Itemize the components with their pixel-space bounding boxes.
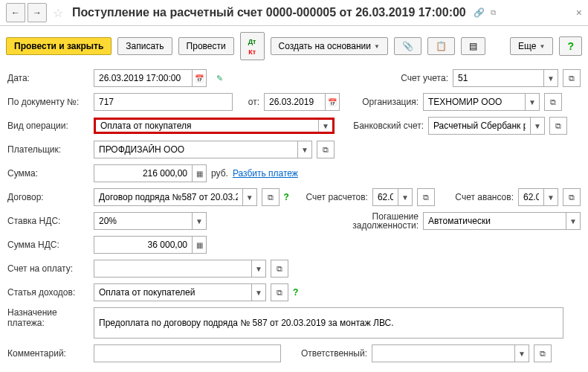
income-item-field[interactable]: ▼ (94, 283, 266, 301)
chevron-down-icon[interactable]: ▼ (514, 345, 529, 362)
chevron-down-icon[interactable]: ▼ (297, 141, 311, 158)
open-icon[interactable]: ⧉ (544, 93, 562, 111)
org-field[interactable]: ▼ (423, 93, 540, 111)
chevron-down-icon[interactable]: ▼ (543, 189, 558, 205)
chevron-down-icon[interactable]: ▼ (530, 118, 544, 134)
chevron-down-icon[interactable]: ▼ (566, 213, 580, 229)
open-icon[interactable]: ⧉ (317, 141, 335, 158)
calc-acc-label: Счет расчетов: (301, 192, 368, 202)
purpose-label: Назначение платежа: (7, 307, 89, 328)
debt-label: Погашение задолженности: (340, 212, 419, 230)
open-icon[interactable]: ⧉ (417, 188, 435, 206)
help-icon[interactable]: ? (284, 192, 289, 202)
chevron-down-icon[interactable]: ▼ (192, 213, 206, 229)
open-icon[interactable]: ⧉ (549, 117, 567, 135)
help-icon[interactable]: ? (293, 287, 298, 298)
bank-account-field[interactable]: ▼ (428, 117, 545, 135)
vat-sum-field[interactable]: ▦ (94, 236, 207, 254)
calc-account-field[interactable]: ▼ (372, 188, 413, 206)
chevron-down-icon[interactable]: ▼ (242, 189, 256, 205)
open-icon[interactable]: ⧉ (563, 69, 581, 87)
favorite-icon[interactable]: ☆ (53, 6, 63, 20)
create-based-button[interactable]: Создать на основании▼ (271, 37, 388, 55)
contract-field[interactable]: ▼ (94, 188, 257, 206)
calculator-icon[interactable]: ▦ (192, 165, 206, 182)
page-title: Поступление на расчетный счет 0000-00000… (72, 6, 466, 19)
invoice-field[interactable]: ▼ (94, 260, 266, 278)
link-icon[interactable]: 🔗 (474, 7, 485, 18)
report-button[interactable]: ▤ (461, 37, 485, 55)
docnum-label: По документу №: (7, 97, 89, 107)
chevron-down-icon[interactable]: ▼ (251, 260, 265, 277)
contract-label: Договор: (7, 192, 89, 202)
help-button[interactable]: ? (559, 36, 582, 56)
bank-label: Банковский счет: (346, 121, 424, 131)
chevron-down-icon[interactable]: ▼ (318, 120, 332, 132)
chevron-down-icon[interactable]: ▼ (543, 70, 558, 86)
open-icon[interactable]: ⧉ (563, 188, 581, 206)
date-field[interactable]: 📅 (94, 69, 207, 87)
vat-rate-label: Ставка НДС: (7, 216, 89, 226)
calendar-icon[interactable]: 📅 (192, 70, 206, 86)
attach-button[interactable]: 📎 (394, 37, 421, 55)
optype-label: Вид операции: (7, 121, 89, 131)
comment-field[interactable] (94, 344, 281, 362)
debt-repayment-field[interactable]: ▼ (423, 212, 581, 230)
calculator-icon[interactable]: ▦ (192, 237, 206, 253)
dt-kt-button[interactable]: ДтКт (240, 32, 265, 60)
responsible-field[interactable]: ▼ (372, 344, 529, 362)
more-button[interactable]: Еще▼ (510, 37, 553, 55)
account-field[interactable]: ▼ (453, 69, 558, 87)
sum-label: Сумма: (7, 168, 89, 179)
date-label: Дата: (7, 73, 89, 83)
adv-acc-label: Счет авансов: (447, 192, 514, 202)
back-button[interactable]: ← (6, 3, 25, 22)
chevron-down-icon[interactable]: ▼ (251, 284, 265, 301)
org-label: Организация: (352, 97, 419, 107)
from-date-field[interactable]: 📅 (264, 93, 340, 111)
action-bar: Провести и закрыть Записать Провести ДтК… (0, 26, 588, 66)
comment-label: Комментарий: (7, 348, 89, 359)
sum-field[interactable]: ▦ (94, 164, 207, 182)
account-label: Счет учета: (389, 73, 448, 83)
advance-account-field[interactable]: ▼ (518, 188, 558, 206)
payment-purpose-field[interactable] (94, 307, 563, 339)
form-body: Дата: 📅 ✎ Счет учета: ▼ ⧉ По документу №… (0, 66, 588, 371)
calendar-icon[interactable]: 📅 (325, 94, 339, 110)
invoice-label: Счет на оплату: (7, 263, 89, 274)
title-bar: ← → ☆ Поступление на расчетный счет 0000… (0, 0, 588, 26)
currency-label: руб. (211, 168, 228, 179)
chevron-down-icon[interactable]: ▼ (525, 94, 539, 110)
split-payment-link[interactable]: Разбить платеж (233, 168, 298, 179)
payer-label: Плательщик: (7, 144, 89, 155)
from-label: от: (245, 97, 259, 107)
vat-sum-label: Сумма НДС: (7, 240, 89, 250)
post-and-close-button[interactable]: Провести и закрыть (6, 37, 112, 55)
post-button[interactable]: Провести (178, 37, 234, 55)
copy-button[interactable]: 📋 (427, 37, 455, 55)
open-icon[interactable]: ⧉ (534, 344, 552, 362)
payer-field[interactable]: ▼ (94, 141, 312, 158)
operation-type-field[interactable]: ▼ (94, 118, 335, 134)
forward-button[interactable]: → (28, 3, 47, 22)
open-icon[interactable]: ⧉ (271, 283, 288, 301)
income-label: Статья доходов: (7, 287, 89, 298)
docnum-field[interactable] (94, 93, 233, 111)
close-icon[interactable]: × (576, 7, 582, 19)
chevron-down-icon[interactable]: ▼ (398, 189, 412, 205)
responsible-label: Ответственный: (293, 348, 367, 359)
vat-rate-field[interactable]: ▼ (94, 212, 207, 230)
open-icon[interactable]: ⧉ (271, 260, 288, 278)
date-action-icon[interactable]: ✎ (211, 70, 227, 86)
open-icon[interactable]: ⧉ (262, 188, 280, 206)
save-button[interactable]: Записать (117, 37, 172, 55)
window-icon[interactable]: ⧉ (491, 8, 496, 17)
